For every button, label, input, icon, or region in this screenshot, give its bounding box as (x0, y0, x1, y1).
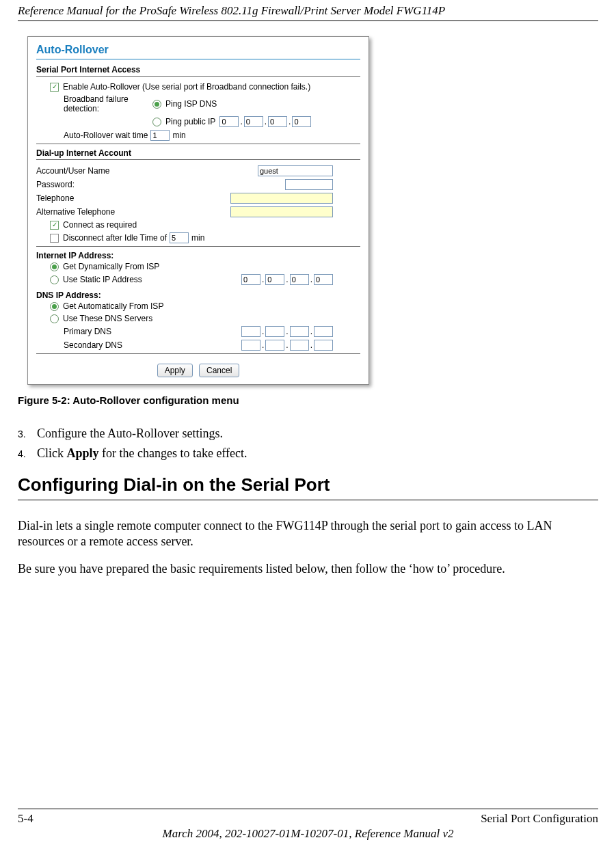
step-text: Click Apply for the changes to take effe… (37, 446, 247, 461)
dot: . (260, 327, 265, 336)
footer-rule (18, 809, 598, 809)
enable-auto-rollover-label: Enable Auto-Rollover (Use serial port if… (63, 82, 310, 92)
disconnect-idle-row: ✓ Disconnect after Idle Time of min (36, 231, 360, 245)
pdns-octet-2[interactable] (265, 326, 284, 337)
dot: . (284, 327, 289, 336)
static-ip-octet-1[interactable] (241, 274, 260, 285)
pdns-octet-4[interactable] (314, 326, 333, 337)
radio-get-dynamically[interactable] (50, 262, 59, 271)
panel-title: Auto-Rollover (36, 42, 360, 57)
radio-ping-isp-dns[interactable] (152, 100, 161, 109)
dot: . (287, 117, 292, 126)
broadband-failure-row: Broadband failure detection: Ping ISP DN… (36, 93, 360, 115)
idle-time-input[interactable] (170, 232, 189, 243)
dot: . (263, 117, 268, 126)
dyn-ip-row: Get Dynamically From ISP (36, 260, 360, 273)
wait-time-input[interactable] (150, 130, 170, 141)
section-rule (36, 159, 360, 160)
step-number: 3. (18, 426, 37, 441)
step-4: 4. Click Apply for the changes to take e… (18, 446, 598, 461)
sdns-octet-1[interactable] (241, 340, 260, 351)
dot: . (260, 275, 265, 284)
button-row: Apply Cancel (36, 358, 360, 377)
static-ip-octet-3[interactable] (290, 274, 309, 285)
static-ip-octet-4[interactable] (314, 274, 333, 285)
ping-ip-octet-4[interactable] (292, 116, 311, 127)
auto-dns-label: Get Automatically From ISP (63, 301, 163, 311)
password-row: Password: (36, 178, 360, 191)
sdns-octet-2[interactable] (265, 340, 284, 351)
telephone-row: Telephone (36, 191, 360, 205)
checkbox-disconnect-idle[interactable]: ✓ (50, 234, 59, 243)
section-rule (36, 353, 360, 354)
dot: . (239, 117, 243, 126)
static-ip-octet-2[interactable] (265, 274, 284, 285)
wait-time-label: Auto-Rollover wait time (64, 131, 148, 140)
body-paragraph-2: Be sure you have prepared the basic requ… (18, 561, 598, 577)
cancel-button[interactable]: Cancel (199, 364, 239, 377)
step-3: 3. Configure the Auto-Rollover settings. (18, 426, 598, 441)
connect-required-row: ✓ Connect as required (36, 219, 360, 231)
ping-public-row: Ping public IP . . . (36, 115, 360, 128)
page-header: Reference Manual for the ProSafe Wireles… (18, 0, 598, 21)
step4-bold: Apply (67, 446, 99, 460)
ping-ip-octet-2[interactable] (244, 116, 263, 127)
dot: . (260, 340, 265, 350)
checkbox-connect-required[interactable]: ✓ (50, 221, 59, 230)
footer-section-title: Serial Port Configuration (481, 812, 598, 826)
connect-required-label: Connect as required (63, 220, 137, 230)
primary-dns-label: Primary DNS (64, 327, 111, 336)
section-internet-ip: Internet IP Address: (36, 251, 360, 260)
sdns-octet-3[interactable] (290, 340, 309, 351)
static-ip-row: Use Static IP Address . . . (36, 273, 360, 286)
telephone-label: Telephone (36, 193, 74, 203)
telephone-input[interactable] (230, 193, 333, 204)
section-serial-port: Serial Port Internet Access (36, 65, 360, 75)
section-heading: Configuring Dial-in on the Serial Port (18, 474, 598, 496)
secondary-dns-row: Secondary DNS . . . (36, 338, 360, 352)
use-dns-label: Use These DNS Servers (63, 314, 152, 323)
sdns-octet-4[interactable] (314, 340, 333, 351)
password-input[interactable] (285, 179, 333, 190)
dot: . (284, 275, 289, 284)
wait-time-row: Auto-Rollover wait time min (36, 128, 360, 142)
step-number: 4. (18, 446, 37, 461)
radio-use-static-ip[interactable] (50, 275, 59, 284)
ping-ip-octet-3[interactable] (268, 116, 287, 127)
step4-pre: Click (37, 446, 67, 460)
figure-caption: Figure 5-2: Auto-Rollover configuration … (18, 394, 598, 406)
checkbox-enable-auto-rollover[interactable]: ✓ (50, 83, 59, 92)
account-label: Account/User Name (36, 166, 109, 176)
auto-dns-row: Get Automatically From ISP (36, 300, 360, 312)
steps-list: 3. Configure the Auto-Rollover settings.… (18, 426, 598, 461)
dot: . (284, 340, 289, 350)
body-paragraph-1: Dial-in lets a single remote computer co… (18, 518, 598, 549)
ping-isp-label: Ping ISP DNS (165, 99, 217, 109)
secondary-dns-label: Secondary DNS (64, 340, 122, 350)
radio-get-auto-dns[interactable] (50, 302, 59, 311)
section-rule (36, 76, 360, 77)
account-input[interactable] (258, 165, 333, 176)
radio-ping-public-ip[interactable] (152, 118, 161, 126)
pdns-octet-3[interactable] (290, 326, 309, 337)
password-label: Password: (36, 180, 75, 189)
alt-telephone-label: Alternative Telephone (36, 207, 115, 217)
page-footer: 5-4 Serial Port Configuration March 2004… (18, 809, 598, 841)
account-row: Account/User Name (36, 164, 360, 178)
step4-post: for the changes to take effect. (99, 446, 247, 460)
bfd-label: Broadband failure detection: (64, 94, 152, 113)
config-screenshot: Auto-Rollover Serial Port Internet Acces… (27, 36, 369, 385)
section-rule (36, 144, 360, 144)
ping-ip-octet-1[interactable] (219, 116, 239, 127)
dot: . (309, 275, 314, 284)
footer-row-1: 5-4 Serial Port Configuration (18, 812, 598, 826)
static-ip-label: Use Static IP Address (63, 275, 142, 284)
section-rule (36, 246, 360, 247)
use-dns-row: Use These DNS Servers (36, 312, 360, 325)
wait-time-unit: min (172, 131, 185, 140)
page-number: 5-4 (18, 812, 34, 826)
pdns-octet-1[interactable] (241, 326, 260, 337)
radio-use-dns-servers[interactable] (50, 314, 59, 323)
alt-telephone-input[interactable] (230, 206, 333, 217)
apply-button[interactable]: Apply (157, 364, 193, 377)
